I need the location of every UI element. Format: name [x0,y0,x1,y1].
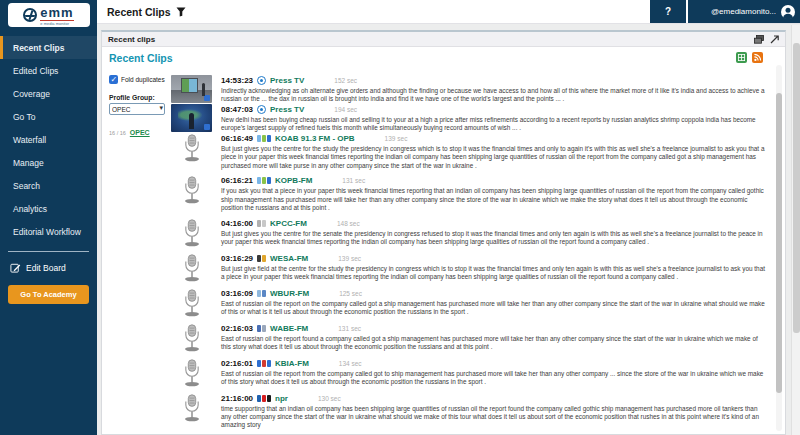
station-name-link[interactable]: KOAB 91.3 FM - OPB [275,134,355,143]
page-scrollbar-thumb[interactable] [793,43,800,333]
content-area: Recent clips Recent Clips [97,24,790,435]
list-controls: Fold duplicates Profile Group: OPEC ▾ 16… [109,75,171,434]
station-logo-icon [257,105,266,114]
clip-time: 08:47:03 [221,105,253,114]
clip-row[interactable]: 03:16:09 WBUR-FM 125 sec East of russian… [171,288,771,318]
panel-heading: Recent Clips [109,52,173,64]
logo-text: emm [40,5,73,20]
clip-row[interactable]: 02:16:01 KBIA-FM 134 sec East of russian… [171,358,771,388]
logo-zone: emm e media monitor [0,0,97,30]
clip-transcript-snippet: time supporting that an indian oil compa… [221,405,771,430]
station-logo-icon [257,220,266,227]
go-to-academy-button[interactable]: Go To Academy [8,285,89,304]
clip-count: 16 / 16 [109,130,126,136]
clip-thumbnail[interactable] [171,323,212,353]
clip-transcript-snippet: But just gives you the centre for the se… [221,230,771,247]
clip-list: 14:53:23 Press TV 152 sec Indirectly ack… [171,75,771,434]
sidebar-divider [8,251,89,252]
clip-thumbnail[interactable] [171,393,212,423]
microphone-icon [182,394,202,422]
clip-thumbnail[interactable] [171,104,212,132]
clip-thumbnail[interactable] [171,133,212,163]
clip-row[interactable]: 21:16:00 npr 130 sec time supporting tha… [171,393,771,430]
clip-duration: 131 sec [342,177,365,184]
station-name-link[interactable]: WBUR-FM [270,289,309,298]
clip-time: 06:16:21 [221,176,253,185]
filter-icon[interactable] [176,7,186,17]
fold-duplicates-checkbox[interactable]: Fold duplicates [109,75,171,84]
resize-window-icon[interactable] [770,35,779,44]
clip-row[interactable]: 06:16:49 KOAB 91.3 FM - OPB 139 sec But … [171,133,771,170]
recent-clips-window: Recent clips Recent Clips [101,30,786,435]
clip-row[interactable]: 06:16:21 KOPB-FM 131 sec If you ask you … [171,175,771,212]
list-scrollbar-thumb[interactable] [776,93,782,393]
help-button[interactable]: ? [650,0,686,23]
sidebar-item-manage[interactable]: Manage [0,151,97,174]
edit-board-label: Edit Board [26,263,66,273]
clip-row[interactable]: 02:16:03 WABE-FM 131 sec East of russian… [171,323,771,353]
station-logo-icon [257,255,266,262]
recent-clips-panel: Recent Clips Fold duplic [102,47,785,434]
station-name-link[interactable]: npr [275,394,288,403]
clip-time: 14:53:23 [221,76,253,85]
clip-duration: 148 sec [337,220,360,227]
clip-transcript-snippet: East of russian oil the report from the … [221,370,771,387]
sidebar-item-edited-clips[interactable]: Edited Clips [0,59,97,82]
clip-transcript-snippet: New delhi has been buying cheap russian … [221,116,771,133]
rss-feed-icon[interactable] [752,52,763,63]
station-logo-icon [257,395,271,402]
station-logo-icon [257,360,271,367]
station-name-link[interactable]: KPCC-FM [270,219,307,228]
clip-row[interactable]: 14:53:23 Press TV 152 sec Indirectly ack… [171,75,771,104]
export-spreadsheet-icon[interactable] [736,52,747,63]
clip-duration: 131 sec [338,325,361,332]
clip-row[interactable]: 03:16:29 WESA-FM 139 sec But just give f… [171,253,771,283]
clip-thumbnail[interactable] [171,288,212,318]
popout-window-icon[interactable] [754,35,764,44]
station-name-link[interactable]: Press TV [270,76,304,85]
microphone-icon [182,324,202,352]
profile-group-link[interactable]: OPEC [130,129,150,136]
interpreter-badge [204,124,210,130]
globe-icon [23,8,37,22]
clip-thumbnail[interactable] [171,358,212,388]
station-logo-icon [257,76,266,85]
station-name-link[interactable]: WESA-FM [270,254,308,263]
clip-time: 03:16:09 [221,289,253,298]
emm-logo[interactable]: emm e media monitor [8,3,90,27]
sidebar-item-editorial-workflow[interactable]: Editorial Workflow [0,220,97,243]
page-scrollbar [791,25,800,435]
app-root: emm e media monitor Recent Clips ? @emed… [0,0,800,435]
clip-thumbnail[interactable] [171,75,212,103]
sidebar-item-analytics[interactable]: Analytics [0,197,97,220]
clip-thumbnail[interactable] [171,175,212,205]
clip-duration: 139 sec [338,255,361,262]
sidebar-item-go-to[interactable]: Go To [0,105,97,128]
profile-group-select[interactable]: OPEC [109,103,165,115]
station-name-link[interactable]: KBIA-FM [275,359,309,368]
clip-duration: 134 sec [339,360,362,367]
checkbox-checked-icon [109,75,118,84]
sidebar-item-waterfall[interactable]: Waterfall [0,128,97,151]
clip-transcript-snippet: East of russian oil the report found a c… [221,335,771,352]
clip-duration: 139 sec [385,135,408,142]
clip-row[interactable]: 08:47:03 Press TV 194 sec New delhi has … [171,104,771,133]
logo-subtext: e media monitor [40,20,73,26]
window-title-bar: Recent clips [102,32,785,47]
user-menu[interactable]: @emediamonito... [688,0,800,23]
clip-thumbnail[interactable] [171,253,212,283]
sidebar-item-coverage[interactable]: Coverage [0,82,97,105]
station-name-link[interactable]: WABE-FM [270,324,308,333]
clip-time: 02:16:01 [221,359,253,368]
clip-thumbnail[interactable] [171,218,212,248]
station-name-link[interactable]: Press TV [270,105,304,114]
sidebar: Recent Clips Edited Clips Coverage Go To… [0,24,97,435]
clip-transcript-snippet: East of russian oil the report on the co… [221,300,771,317]
sidebar-item-recent-clips[interactable]: Recent Clips [0,36,97,59]
station-name-link[interactable]: KOPB-FM [275,176,312,185]
sidebar-item-search[interactable]: Search [0,174,97,197]
clip-time: 06:16:49 [221,134,253,143]
microphone-icon [182,134,202,162]
edit-board-button[interactable]: Edit Board [0,258,97,277]
clip-row[interactable]: 04:16:00 KPCC-FM 148 sec But just gives … [171,218,771,248]
